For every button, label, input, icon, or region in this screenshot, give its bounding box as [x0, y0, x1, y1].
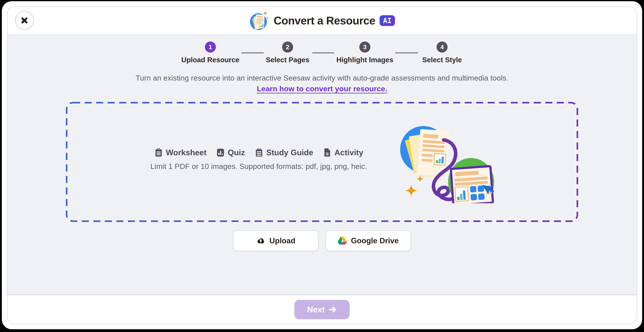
resource-type-activity: Activity [323, 148, 363, 157]
google-drive-button[interactable]: Google Drive [326, 230, 411, 251]
step-3-label: Highlight Images [336, 56, 394, 64]
file-icon [323, 148, 332, 157]
step-1-label: Upload Resource [181, 56, 240, 64]
resource-type-label: Worksheet [166, 148, 206, 157]
modal-footer: Next [7, 294, 637, 324]
resource-type-quiz: Quiz [216, 148, 245, 157]
upload-limit-text: Limit 1 PDF or 10 images. Supported form… [120, 162, 397, 171]
step-1-circle: 1 [205, 42, 216, 53]
modal-header: Convert a Resource AI [7, 7, 637, 35]
next-button[interactable]: Next [294, 300, 350, 319]
arrow-right-icon [329, 305, 337, 313]
page-background: { "header": { "title": "Convert a Resour… [0, 0, 644, 332]
step-2-label: Select Pages [266, 56, 310, 64]
step-4-label: Select Style [422, 56, 462, 64]
documents-conversion-illustration [396, 122, 503, 203]
notepad-icon [254, 148, 264, 157]
resource-type-label: Quiz [228, 148, 245, 157]
step-2-circle: 2 [282, 42, 293, 53]
title-group: Convert a Resource AI [249, 11, 395, 31]
step-upload-resource: 1 Upload Resource [172, 42, 249, 64]
intro-link-row: Learn how to convert your resource. [7, 84, 637, 93]
resource-type-list: Worksheet Quiz [120, 148, 397, 157]
learn-how-link[interactable]: Learn how to convert your resource. [257, 85, 387, 93]
page-title: Convert a Resource [274, 14, 375, 27]
modal-body: 1 Upload Resource 2 Select Pages 3 Highl… [7, 35, 637, 294]
cloud-upload-icon [256, 236, 265, 245]
convert-resource-modal: Convert a Resource AI 1 Upload Resource … [7, 6, 637, 324]
source-buttons-row: Upload Google Drive [7, 230, 637, 251]
convert-resource-logo-icon [249, 11, 269, 31]
resource-type-study-guide: Study Guide [254, 148, 313, 157]
x-icon [20, 16, 29, 25]
resource-type-label: Activity [334, 148, 363, 157]
step-4-circle: 4 [436, 42, 448, 53]
google-drive-button-label: Google Drive [351, 236, 398, 245]
intro-description: Turn an existing resource into an intera… [7, 74, 637, 82]
dropzone-info: Worksheet Quiz [120, 148, 397, 171]
step-highlight-images: 3 Highlight Images [326, 42, 403, 64]
close-button[interactable] [15, 11, 34, 30]
next-button-label: Next [307, 305, 325, 314]
resource-type-label: Study Guide [266, 148, 313, 157]
step-3-circle: 3 [359, 42, 370, 53]
modal-window-surface: Convert a Resource AI 1 Upload Resource … [2, 1, 642, 329]
clipboard-icon [154, 148, 163, 157]
upload-button[interactable]: Upload [233, 230, 318, 251]
upload-button-label: Upload [269, 236, 295, 245]
google-drive-icon [338, 236, 347, 245]
resource-type-worksheet: Worksheet [154, 148, 206, 157]
step-select-style: 4 Select Style [404, 42, 480, 64]
ai-badge: AI [380, 15, 395, 26]
bar-chart-icon [216, 148, 225, 157]
upload-dropzone[interactable]: Worksheet Quiz [66, 102, 578, 222]
